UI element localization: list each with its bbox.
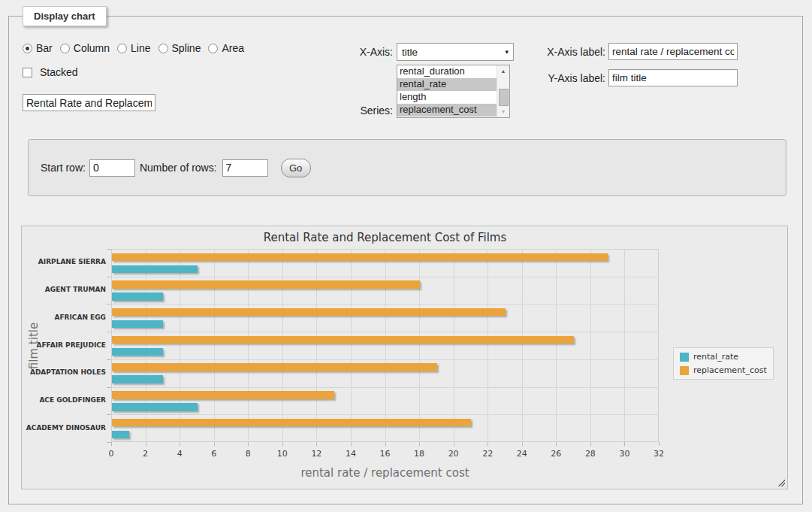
x-tick-label: 2 bbox=[134, 449, 157, 459]
row-controls-panel: Start row: Number of rows: Go bbox=[28, 139, 786, 196]
x-axis-tick bbox=[111, 442, 112, 446]
x-axis-tick bbox=[454, 442, 454, 446]
radio-label: Line bbox=[131, 42, 150, 54]
y-axis-tick bbox=[107, 387, 111, 388]
x-axis-select[interactable]: title ▾ bbox=[397, 43, 514, 61]
stacked-option[interactable]: Stacked bbox=[23, 66, 78, 78]
gridline-vertical bbox=[454, 249, 454, 442]
legend-swatch-icon bbox=[680, 353, 689, 362]
x-axis-title: rental rate / replacement cost bbox=[111, 466, 659, 480]
x-axis-tick bbox=[351, 442, 352, 446]
legend-item-replacement_cost[interactable]: replacement_cost bbox=[680, 365, 767, 375]
x-tick-label: 28 bbox=[579, 449, 602, 459]
bar-replacement_cost bbox=[112, 419, 471, 427]
radio-icon[interactable] bbox=[23, 44, 32, 53]
gridline-vertical bbox=[214, 249, 215, 442]
radio-icon[interactable] bbox=[60, 44, 70, 53]
gridline-vertical bbox=[248, 249, 249, 442]
series-options: rental_durationrental_ratelengthreplacem… bbox=[397, 65, 497, 117]
x-axis-tick bbox=[316, 442, 317, 446]
x-axis-label-input[interactable] bbox=[608, 43, 738, 60]
gridline-horizontal bbox=[111, 359, 659, 360]
gridline-vertical bbox=[351, 249, 352, 442]
gridline-horizontal bbox=[111, 277, 659, 277]
x-tick-label: 12 bbox=[305, 449, 328, 459]
gridline-vertical bbox=[180, 249, 180, 442]
series-option-replacement_cost[interactable]: replacement_cost bbox=[397, 104, 497, 117]
x-axis-tick bbox=[214, 442, 215, 446]
number-of-rows-label: Number of rows: bbox=[140, 162, 217, 174]
bar-replacement_cost bbox=[112, 363, 437, 371]
radio-label: Spline bbox=[172, 42, 201, 54]
chart-type-radio-spline[interactable]: Spline bbox=[158, 42, 201, 54]
series-option-rental_duration[interactable]: rental_duration bbox=[397, 65, 497, 78]
x-axis-tick bbox=[385, 442, 386, 446]
series-option-length[interactable]: length bbox=[397, 91, 497, 104]
gridline-vertical bbox=[522, 249, 523, 442]
chart-type-radio-area[interactable]: Area bbox=[208, 42, 244, 54]
gridline-vertical bbox=[488, 249, 488, 442]
x-tick-label: 24 bbox=[511, 449, 533, 459]
y-axis-title: film title bbox=[27, 322, 41, 368]
radio-icon[interactable] bbox=[208, 44, 218, 53]
gridline-horizontal bbox=[111, 387, 659, 388]
radio-icon[interactable] bbox=[117, 44, 127, 53]
y-axis-tick bbox=[107, 414, 111, 415]
gridline-vertical bbox=[590, 249, 591, 442]
y-axis-label-input[interactable] bbox=[608, 69, 738, 86]
scroll-up-icon[interactable]: ▲ bbox=[497, 65, 509, 77]
y-axis-tick bbox=[107, 359, 111, 360]
bar-rental_rate bbox=[112, 431, 129, 439]
go-button[interactable]: Go bbox=[281, 159, 311, 177]
series-scrollbar[interactable]: ▲ ▼ bbox=[497, 65, 509, 117]
category-label: AGENT TRUMAN bbox=[22, 286, 106, 293]
stacked-checkbox[interactable] bbox=[23, 68, 32, 77]
chart-type-radio-bar[interactable]: Bar bbox=[23, 42, 53, 54]
x-tick-label: 0 bbox=[100, 449, 122, 459]
x-tick-label: 26 bbox=[545, 449, 567, 459]
radio-label: Area bbox=[222, 42, 244, 54]
radio-icon[interactable] bbox=[158, 44, 168, 53]
y-axis-label-label: Y-Axis label: bbox=[518, 72, 605, 84]
x-axis-tick bbox=[248, 442, 249, 446]
y-axis-tick bbox=[107, 277, 111, 277]
x-tick-label: 22 bbox=[476, 449, 499, 459]
chart-type-radio-line[interactable]: Line bbox=[117, 42, 150, 54]
x-tick-label: 16 bbox=[374, 449, 397, 459]
bar-rental_rate bbox=[112, 320, 163, 329]
scroll-down-icon[interactable]: ▼ bbox=[497, 106, 509, 117]
series-listbox[interactable]: rental_durationrental_ratelengthreplacem… bbox=[397, 65, 510, 118]
legend-item-rental_rate[interactable]: rental_rate bbox=[680, 352, 767, 362]
bar-rental_rate bbox=[112, 265, 198, 274]
x-axis-tick bbox=[659, 442, 660, 446]
gridline-horizontal bbox=[111, 304, 659, 304]
x-axis-tick bbox=[590, 442, 591, 446]
scrollbar-thumb[interactable] bbox=[499, 89, 509, 106]
x-axis-tick bbox=[556, 442, 557, 446]
chart-title: Rental Rate and Replacement Cost of Film… bbox=[111, 231, 659, 244]
bar-rental_rate bbox=[112, 375, 163, 383]
gridline-vertical bbox=[556, 249, 557, 442]
x-axis-selected-value: title bbox=[402, 47, 418, 58]
chart-title-input[interactable] bbox=[23, 94, 155, 111]
category-label: ADAPTATION HOLES bbox=[22, 368, 106, 376]
bar-replacement_cost bbox=[112, 336, 574, 344]
x-tick-label: 32 bbox=[647, 449, 670, 459]
number-of-rows-input[interactable] bbox=[222, 159, 268, 177]
category-label: AIRPLANE SIERRA bbox=[22, 258, 106, 265]
chart-container: Rental Rate and Replacement Cost of Film… bbox=[21, 226, 788, 489]
x-tick-label: 14 bbox=[340, 449, 362, 459]
start-row-input[interactable] bbox=[89, 159, 135, 177]
series-option-rental_rate[interactable]: rental_rate bbox=[397, 78, 497, 91]
bar-rental_rate bbox=[112, 348, 163, 356]
gridline-horizontal bbox=[111, 332, 659, 332]
bar-replacement_cost bbox=[112, 308, 506, 317]
category-label: ACADEMY DINOSAUR bbox=[22, 424, 106, 432]
resize-grip-icon[interactable] bbox=[777, 478, 785, 486]
chart-type-radio-column[interactable]: Column bbox=[60, 42, 110, 54]
chart-legend[interactable]: rental_ratereplacement_cost bbox=[673, 347, 774, 380]
y-axis-tick bbox=[107, 304, 111, 304]
x-tick-label: 18 bbox=[408, 449, 430, 459]
radio-label: Column bbox=[74, 42, 110, 54]
gridline-vertical bbox=[419, 249, 420, 442]
